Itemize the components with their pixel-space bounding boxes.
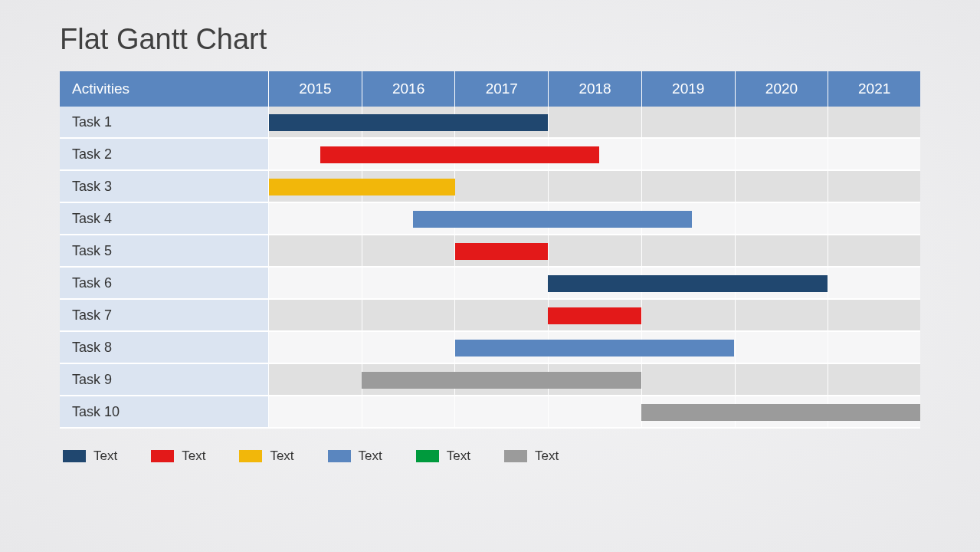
legend-item: Text: [416, 449, 470, 464]
year-cell: [362, 332, 456, 364]
year-cell: [455, 268, 549, 300]
legend-swatch: [63, 450, 86, 462]
table-row: Task 9: [60, 364, 920, 396]
year-cell: [549, 171, 642, 203]
year-cell: [269, 332, 362, 364]
legend-label: Text: [93, 449, 117, 464]
year-cell: [269, 396, 362, 429]
task-label: Task 1: [60, 107, 269, 139]
year-cell: [362, 300, 456, 332]
header-year: 2017: [455, 71, 549, 107]
legend-swatch: [416, 450, 439, 462]
table-row: Task 1: [60, 107, 920, 139]
gantt-header-row: Activities 2015201620172018201920202021: [60, 71, 920, 107]
year-cell: [828, 107, 920, 139]
year-cell: [269, 203, 362, 235]
legend-swatch: [151, 450, 174, 462]
year-cell: [736, 235, 829, 268]
year-cell: [828, 300, 920, 332]
legend-label: Text: [447, 449, 470, 464]
task-label: Task 5: [60, 235, 269, 268]
gantt-bar: [548, 307, 641, 324]
gantt-bar: [455, 243, 548, 260]
year-cell: [642, 235, 736, 268]
table-row: Task 3: [60, 171, 920, 203]
year-cell: [269, 139, 362, 171]
legend-label: Text: [270, 449, 293, 464]
legend-item: Text: [328, 449, 382, 464]
table-row: Task 7: [60, 300, 920, 332]
year-cell: [828, 203, 920, 235]
year-cell: [269, 268, 362, 300]
year-cell: [269, 107, 362, 139]
header-activities: Activities: [60, 71, 269, 107]
legend: TextTextTextTextTextText: [60, 449, 920, 464]
table-row: Task 2: [60, 139, 920, 171]
legend-item: Text: [63, 449, 117, 464]
year-cell: [455, 171, 549, 203]
year-cell: [828, 268, 920, 300]
year-cell: [269, 235, 362, 268]
task-label: Task 2: [60, 139, 269, 171]
gantt-chart: Activities 2015201620172018201920202021 …: [60, 71, 920, 429]
year-cell: [828, 235, 920, 268]
legend-item: Text: [239, 449, 293, 464]
gantt-bar: [320, 146, 599, 163]
year-cell: [455, 396, 549, 429]
page-title: Flat Gantt Chart: [60, 23, 920, 56]
table-row: Task 10: [60, 396, 920, 429]
year-cell: [642, 171, 736, 203]
table-row: Task 8: [60, 332, 920, 364]
year-cell: [736, 203, 829, 235]
year-cell: [549, 107, 642, 139]
year-cell: [269, 171, 362, 203]
year-cell: [736, 364, 829, 396]
gantt-bar: [269, 114, 548, 131]
year-cell: [828, 139, 920, 171]
year-cell: [828, 364, 920, 396]
header-year: 2016: [362, 71, 456, 107]
legend-swatch: [328, 450, 351, 462]
task-label: Task 10: [60, 396, 269, 429]
legend-swatch: [504, 450, 527, 462]
header-year: 2015: [269, 71, 362, 107]
gantt-bar: [548, 275, 827, 292]
year-cell: [828, 332, 920, 364]
table-row: Task 6: [60, 268, 920, 300]
task-label: Task 8: [60, 332, 269, 364]
year-cell: [642, 139, 736, 171]
gantt-body: Task 1Task 2Task 3Task 4Task 5Task 6Task…: [60, 107, 920, 429]
table-row: Task 5: [60, 235, 920, 268]
year-cell: [642, 300, 736, 332]
task-label: Task 9: [60, 364, 269, 396]
year-cell: [362, 235, 456, 268]
task-label: Task 6: [60, 268, 269, 300]
year-cell: [642, 364, 736, 396]
year-cell: [362, 268, 456, 300]
task-label: Task 4: [60, 203, 269, 235]
gantt-bar: [362, 372, 641, 389]
year-cell: [455, 300, 549, 332]
header-year: 2020: [736, 71, 829, 107]
gantt-bar: [455, 340, 734, 356]
year-cell: [828, 171, 920, 203]
header-year: 2019: [642, 71, 736, 107]
table-row: Task 4: [60, 203, 920, 235]
legend-item: Text: [151, 449, 205, 464]
header-year: 2018: [549, 71, 642, 107]
year-cell: [736, 300, 829, 332]
task-label: Task 3: [60, 171, 269, 203]
year-cell: [642, 107, 736, 139]
year-cell: [736, 139, 829, 171]
year-cell: [736, 171, 829, 203]
gantt-bar: [413, 211, 692, 228]
legend-label: Text: [535, 449, 559, 464]
gantt-bar: [269, 179, 455, 196]
legend-item: Text: [504, 449, 559, 464]
year-cell: [736, 107, 829, 139]
legend-label: Text: [182, 449, 205, 464]
year-cell: [269, 300, 362, 332]
year-cell: [362, 396, 456, 429]
header-year: 2021: [828, 71, 920, 107]
gantt-bar: [641, 404, 920, 421]
